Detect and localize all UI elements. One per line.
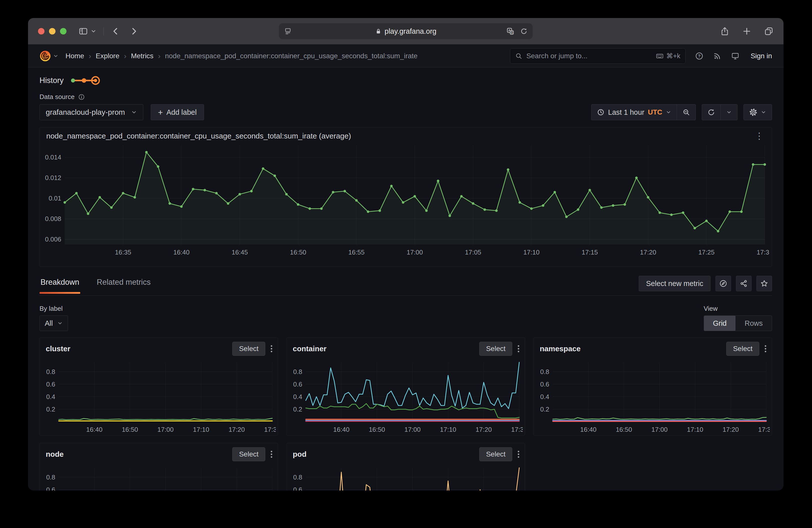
select-button[interactable]: Select: [232, 342, 265, 356]
new-tab-icon[interactable]: [742, 27, 752, 36]
svg-text:16:50: 16:50: [369, 426, 385, 433]
panel-menu-icon[interactable]: [516, 344, 521, 354]
by-label-picker[interactable]: All: [40, 316, 68, 331]
panel-menu-icon[interactable]: [763, 344, 768, 354]
grafana-topnav: Home › Explore › Metrics › node_namespac…: [28, 44, 783, 68]
view-rows-option[interactable]: Rows: [736, 316, 772, 331]
svg-text:17:30: 17:30: [264, 426, 276, 433]
explore-metrics-content: History Data source grafanacloud-play-pr…: [28, 74, 783, 490]
settings-button[interactable]: [744, 104, 772, 120]
add-label-button[interactable]: + Add label: [151, 104, 204, 120]
panel-chart[interactable]: 0.20.40.60.816:4016:5017:0017:1017:2017:…: [42, 461, 276, 490]
sidebar-chevron-down-icon[interactable]: [90, 28, 97, 34]
svg-text:17:15: 17:15: [581, 249, 598, 256]
svg-text:0.012: 0.012: [45, 174, 61, 181]
svg-text:17:05: 17:05: [465, 249, 481, 256]
chevron-down-icon: [666, 109, 671, 115]
datasource-picker[interactable]: grafanacloud-play-prom: [40, 104, 143, 120]
view-label: View: [704, 305, 772, 312]
tab-related-metrics[interactable]: Related metrics: [96, 276, 151, 293]
svg-text:16:40: 16:40: [86, 426, 102, 433]
breadcrumb-home[interactable]: Home: [66, 52, 84, 60]
metric-panel: node_namespace_pod_container:container_c…: [40, 127, 772, 267]
minimize-window-button[interactable]: [49, 28, 56, 34]
display-icon[interactable]: [731, 52, 740, 60]
gear-icon: [749, 108, 757, 116]
sidebar-toggle-icon[interactable]: [78, 27, 88, 36]
main-metric-chart[interactable]: 0.0060.0080.010.0120.01416:3516:4016:451…: [42, 142, 769, 259]
svg-text:16:40: 16:40: [173, 249, 189, 256]
breakdown-panel-node: node Select 0.20.40.60.816:4016:5017:001…: [40, 443, 278, 490]
breakdown-panel-pod: pod Select 0.20.40.60.816:4016:5017:0017…: [287, 443, 525, 490]
select-button[interactable]: Select: [479, 342, 512, 356]
metric-panel-title: node_namespace_pod_container:container_c…: [46, 132, 351, 140]
share-metric-button[interactable]: [736, 276, 752, 291]
svg-text:0.4: 0.4: [293, 393, 302, 400]
svg-text:16:45: 16:45: [232, 249, 248, 256]
close-window-button[interactable]: [38, 28, 44, 34]
panel-chart[interactable]: 0.20.40.60.816:4016:5017:0017:1017:2017:…: [289, 461, 523, 490]
tab-breakdown[interactable]: Breakdown: [40, 276, 80, 293]
search-input[interactable]: Search or jump to... ⌘+k: [510, 48, 685, 64]
history-steps[interactable]: [70, 75, 102, 86]
panel-chart[interactable]: 0.20.40.60.816:4016:5017:0017:1017:2017:…: [289, 356, 523, 434]
toolbar-divider: [103, 27, 104, 35]
view-grid-option[interactable]: Grid: [704, 316, 736, 331]
grafana-logo[interactable]: [40, 50, 51, 62]
zoom-window-button[interactable]: [60, 28, 67, 34]
select-button[interactable]: Select: [726, 342, 759, 356]
refresh-interval-dropdown[interactable]: [721, 104, 737, 120]
svg-text:17:10: 17:10: [440, 426, 456, 433]
panel-menu-icon[interactable]: [516, 449, 521, 459]
back-icon[interactable]: [111, 27, 120, 36]
select-button[interactable]: Select: [232, 447, 265, 461]
panel-title: node: [46, 450, 64, 458]
breadcrumb-metrics[interactable]: Metrics: [131, 52, 154, 60]
info-icon[interactable]: [78, 93, 85, 101]
bookmark-button[interactable]: [756, 276, 772, 291]
share-nodes-icon: [740, 279, 748, 288]
news-rss-icon[interactable]: [713, 52, 722, 60]
svg-text:17:30: 17:30: [511, 426, 523, 433]
explore-button[interactable]: [715, 276, 731, 291]
view-toggle: Grid Rows: [704, 316, 772, 331]
svg-text:16:55: 16:55: [348, 249, 364, 256]
svg-text:17:00: 17:00: [404, 426, 420, 433]
panel-chart[interactable]: 0.20.40.60.816:4016:5017:0017:1017:2017:…: [536, 356, 770, 434]
search-placeholder: Search or jump to...: [526, 52, 652, 60]
history-step-dot[interactable]: [82, 78, 86, 83]
svg-text:0.8: 0.8: [540, 368, 549, 376]
address-bar[interactable]: play.grafana.org: [279, 23, 533, 39]
panel-chart[interactable]: 0.20.40.60.816:4016:5017:0017:1017:2017:…: [42, 356, 276, 434]
svg-text:0.6: 0.6: [540, 381, 549, 388]
search-shortcut-text: ⌘+k: [666, 52, 680, 60]
svg-text:17:10: 17:10: [687, 426, 703, 433]
svg-text:17:20: 17:20: [229, 426, 245, 433]
panel-menu-icon[interactable]: [269, 449, 274, 459]
svg-text:17:00: 17:00: [157, 426, 174, 433]
screenshot-root: { "colors": { "accent_orange": "#ff8833"…: [0, 0, 812, 528]
select-new-metric-button[interactable]: Select new metric: [639, 276, 710, 291]
org-chevron-down-icon[interactable]: [53, 53, 58, 59]
time-range-text: Last 1 hour: [608, 108, 644, 117]
zoom-out-button[interactable]: [677, 104, 696, 120]
share-icon[interactable]: [720, 27, 729, 36]
select-button[interactable]: Select: [479, 447, 512, 461]
breadcrumb-explore[interactable]: Explore: [96, 52, 119, 60]
panel-menu-icon[interactable]: [269, 344, 274, 354]
svg-text:0.006: 0.006: [45, 235, 61, 243]
tabs-overview-icon[interactable]: [764, 27, 773, 36]
chevron-down-icon: [57, 321, 63, 326]
history-label: History: [40, 76, 63, 85]
sign-in-link[interactable]: Sign in: [751, 52, 772, 60]
help-icon[interactable]: [695, 52, 704, 60]
time-picker: Last 1 hour UTC: [591, 104, 696, 120]
forward-icon[interactable]: [129, 27, 139, 36]
panel-menu-icon[interactable]: ⋮: [753, 132, 765, 141]
select-new-metric-text: Select new metric: [646, 279, 703, 288]
svg-text:0.2: 0.2: [540, 406, 549, 413]
refresh-button[interactable]: [702, 104, 721, 120]
history-step-dot[interactable]: [71, 78, 75, 83]
time-range-button[interactable]: Last 1 hour UTC: [592, 104, 677, 120]
chevron-down-icon: [726, 109, 732, 115]
